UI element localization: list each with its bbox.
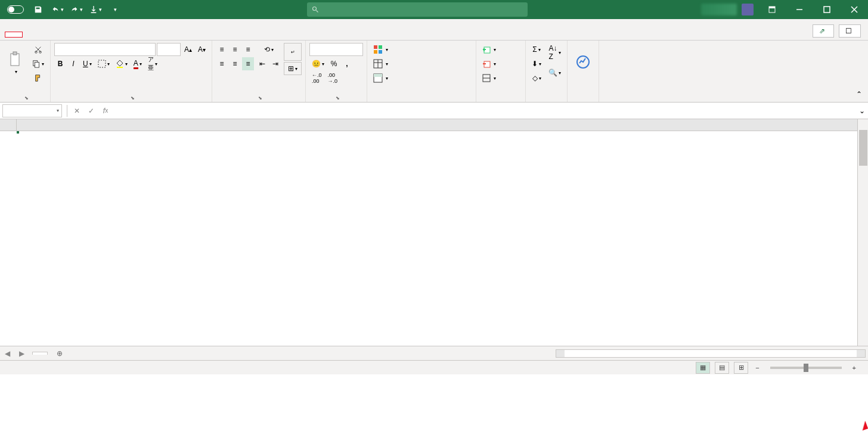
fill-icon[interactable]: ⬇▾	[529, 57, 544, 70]
delete-cells-button[interactable]: ▾	[480, 57, 522, 70]
cut-icon[interactable]	[30, 43, 46, 56]
paste-button[interactable]: ▾	[4, 43, 27, 82]
increase-font-icon[interactable]: A▴	[182, 43, 194, 56]
svg-rect-2	[769, 7, 775, 8]
accounting-format-icon[interactable]: 😐▾	[309, 57, 327, 70]
svg-rect-13	[374, 45, 377, 49]
enter-formula-icon[interactable]: ✓	[84, 104, 98, 117]
insert-function-icon[interactable]: fx	[98, 104, 113, 117]
sheet-tab[interactable]	[32, 352, 48, 355]
group-cells: ▾ ▾ ▾	[476, 41, 526, 102]
find-select-icon[interactable]: 🔍▾	[546, 63, 563, 82]
italic-button[interactable]: I	[67, 57, 79, 70]
zoom-slider[interactable]	[770, 367, 842, 369]
conditional-format-button[interactable]: ▾	[371, 43, 472, 56]
font-name-select[interactable]	[54, 43, 156, 56]
clipboard-dialog-icon[interactable]: ⬊	[24, 95, 29, 101]
decrease-indent-icon[interactable]: ⇤	[256, 57, 268, 70]
group-analysis	[568, 41, 599, 102]
group-editing: Σ▾ ⬇▾ ◇▾ A↓Z▾ 🔍▾	[526, 41, 568, 102]
underline-button[interactable]: U▾	[80, 57, 94, 70]
ribbon: ▾ ▾ ⬊ A▴ A▾ B I U▾ ▾ ▾ A▾	[0, 41, 868, 103]
autosave-toggle[interactable]	[5, 5, 26, 14]
font-dialog-icon[interactable]: ⬊	[131, 95, 135, 101]
cancel-formula-icon[interactable]: ✕	[70, 104, 84, 117]
search-input[interactable]	[323, 5, 523, 14]
zoom-out-button[interactable]: −	[753, 364, 761, 371]
align-top-icon[interactable]: ≡	[216, 43, 228, 56]
comment-button[interactable]: ☐	[839, 24, 861, 38]
page-break-view-icon[interactable]: ⊞	[734, 362, 748, 374]
svg-rect-14	[379, 45, 382, 49]
group-font: A▴ A▾ B I U▾ ▾ ▾ A▾ ア亜▾ ⬊	[51, 41, 212, 102]
sort-filter-icon[interactable]: A↓Z▾	[546, 43, 563, 62]
sheet-nav-next-icon[interactable]: ▶	[14, 349, 29, 358]
ribbon-display-icon[interactable]	[758, 0, 786, 19]
save-icon[interactable]	[31, 2, 45, 17]
insert-cells-button[interactable]: ▾	[480, 43, 522, 56]
wrap-text-button[interactable]: ↵	[284, 43, 302, 61]
name-box[interactable]: ▾	[2, 104, 62, 117]
align-bottom-icon[interactable]: ≡	[242, 43, 254, 56]
qat-customize-icon[interactable]: ▾	[107, 2, 122, 17]
decrease-decimal-icon[interactable]: .00→.0	[326, 72, 340, 85]
touch-mode-icon[interactable]: ▾	[88, 2, 103, 17]
decrease-font-icon[interactable]: A▾	[196, 43, 208, 56]
autosum-icon[interactable]: Σ▾	[529, 43, 544, 56]
orientation-icon[interactable]: ⟲▾	[256, 43, 281, 56]
border-button[interactable]: ▾	[95, 57, 112, 70]
account-avatar[interactable]	[742, 4, 754, 15]
minimize-button[interactable]	[786, 0, 813, 19]
close-button[interactable]	[841, 0, 868, 19]
zoom-in-button[interactable]: +	[850, 364, 858, 371]
svg-rect-4	[824, 7, 830, 13]
copy-icon[interactable]: ▾	[30, 57, 46, 70]
increase-indent-icon[interactable]: ⇥	[269, 57, 281, 70]
normal-view-icon[interactable]: ▦	[696, 362, 710, 374]
redo-icon[interactable]: ▾	[69, 2, 83, 17]
select-all-corner[interactable]	[0, 119, 17, 131]
formula-bar: ▾ ✕ ✓ fx ⌄	[0, 103, 868, 119]
align-center-icon[interactable]: ≡	[229, 57, 241, 70]
add-sheet-icon[interactable]: ⊕	[52, 349, 67, 358]
worksheet-grid[interactable]	[0, 119, 868, 346]
comma-format-icon[interactable]: ,	[341, 57, 353, 70]
bold-button[interactable]: B	[54, 57, 66, 70]
format-as-table-button[interactable]: ▾	[371, 57, 472, 70]
group-styles: ▾ ▾ ▾	[367, 41, 476, 102]
cell-styles-button[interactable]: ▾	[371, 72, 472, 85]
page-layout-view-icon[interactable]: ▤	[715, 362, 729, 374]
horizontal-scrollbar[interactable]	[556, 349, 866, 358]
collapse-ribbon-icon[interactable]: ⌃	[850, 41, 868, 102]
svg-rect-15	[374, 50, 377, 54]
maximize-button[interactable]	[813, 0, 841, 19]
align-middle-icon[interactable]: ≡	[229, 43, 241, 56]
format-cells-button[interactable]: ▾	[480, 72, 522, 85]
svg-point-0	[313, 7, 317, 11]
percent-format-icon[interactable]: %	[328, 57, 340, 70]
font-color-button[interactable]: A▾	[131, 57, 144, 70]
formula-input[interactable]	[113, 106, 856, 116]
expand-formula-bar-icon[interactable]: ⌄	[856, 107, 868, 115]
tab-file[interactable]	[5, 32, 23, 38]
account-info[interactable]	[701, 4, 737, 15]
sheet-nav-prev-icon[interactable]: ◀	[0, 349, 14, 358]
undo-icon[interactable]: ▾	[50, 2, 64, 17]
format-painter-icon[interactable]	[30, 72, 46, 85]
data-analysis-button[interactable]	[571, 43, 595, 82]
align-right-icon[interactable]: ≡	[242, 57, 254, 70]
font-size-select[interactable]	[157, 43, 181, 56]
clear-icon[interactable]: ◇▾	[529, 72, 544, 85]
search-box[interactable]	[307, 2, 528, 17]
merge-cells-button[interactable]: ⊞▾	[284, 62, 302, 75]
share-button[interactable]: ⇗	[813, 24, 834, 38]
phonetic-guide-button[interactable]: ア亜▾	[145, 57, 160, 70]
align-left-icon[interactable]: ≡	[216, 57, 228, 70]
align-dialog-icon[interactable]: ⬊	[258, 95, 262, 101]
fill-color-button[interactable]: ▾	[113, 57, 130, 70]
number-format-select[interactable]	[309, 43, 363, 56]
svg-rect-5	[11, 54, 19, 66]
increase-decimal-icon[interactable]: ←.0.00	[309, 72, 324, 85]
number-dialog-icon[interactable]: ⬊	[336, 95, 340, 101]
vertical-scrollbar[interactable]	[857, 119, 868, 346]
